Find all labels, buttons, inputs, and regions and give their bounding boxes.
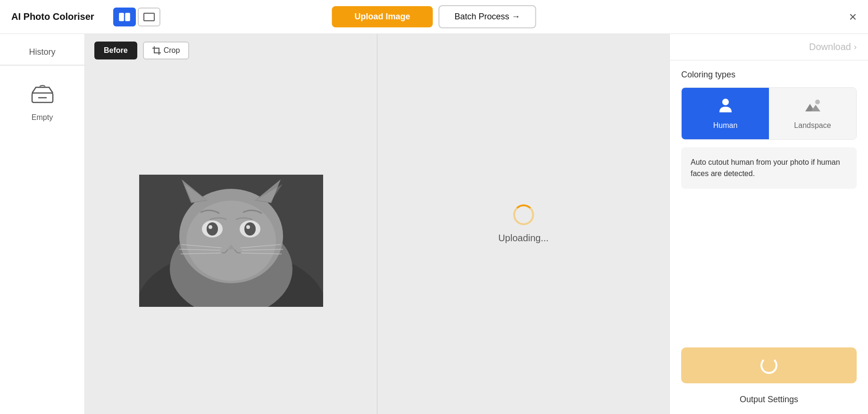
svg-point-26 [722, 99, 729, 105]
crop-label: Crop [164, 46, 180, 55]
image-area: Before Crop [85, 34, 670, 414]
coloring-types-section: Coloring types Human [670, 60, 868, 140]
human-label: Human [713, 121, 738, 130]
header: AI Photo Coloriser Upload Image Batch Pr… [0, 0, 868, 34]
sidebar-history-label: History [0, 38, 84, 66]
coloring-types-grid: Human Landspace [681, 87, 857, 140]
before-image-container [85, 67, 377, 414]
download-label: Download [809, 42, 851, 52]
app-title: AI Photo Coloriser [11, 11, 94, 22]
svg-rect-2 [144, 13, 154, 21]
description-box: Auto cutout human from your photo if hum… [681, 147, 857, 189]
svg-point-15 [207, 222, 218, 236]
svg-point-18 [246, 225, 250, 229]
sidebar-empty-area: Empty [31, 66, 54, 122]
landscape-type-button[interactable]: Landspace [769, 88, 856, 139]
cat-image [139, 175, 323, 307]
svg-point-29 [815, 100, 820, 104]
split-view-button[interactable] [113, 8, 136, 26]
right-panel: Download › Coloring types Human [670, 34, 868, 414]
human-icon [717, 97, 734, 118]
before-toolbar: Before Crop [85, 34, 377, 67]
uploading-spinner [513, 204, 534, 225]
single-view-button[interactable] [138, 8, 160, 26]
landscape-icon [804, 97, 821, 118]
svg-rect-0 [119, 13, 124, 21]
chevron-right-icon: › [854, 42, 857, 52]
before-panel: Before Crop [85, 34, 377, 414]
sidebar: History Empty [0, 34, 85, 414]
svg-rect-1 [125, 13, 130, 21]
download-button[interactable]: Download › [809, 42, 857, 52]
crop-button[interactable]: Crop [143, 42, 190, 59]
process-spinner [760, 357, 777, 374]
svg-point-16 [244, 222, 256, 236]
view-toggle [113, 8, 160, 26]
main-area: History Empty Before [0, 34, 868, 414]
uploading-container: Uploading... [498, 204, 549, 244]
sidebar-empty-text: Empty [32, 113, 53, 122]
output-settings-label: Output Settings [740, 395, 798, 404]
svg-point-12 [186, 201, 276, 281]
output-settings-row[interactable]: Output Settings [670, 391, 868, 414]
header-actions: Upload Image Batch Process → [332, 5, 536, 28]
landscape-label: Landspace [794, 121, 831, 130]
uploading-text: Uploading... [498, 233, 549, 244]
batch-process-button[interactable]: Batch Process → [438, 5, 536, 28]
process-button[interactable] [681, 347, 857, 383]
inbox-icon [31, 84, 54, 108]
coloring-types-label: Coloring types [681, 70, 857, 80]
process-button-area [670, 347, 868, 391]
before-button[interactable]: Before [94, 42, 137, 59]
after-panel: Uploading... [377, 34, 669, 414]
download-row: Download › [670, 34, 868, 60]
upload-image-button[interactable]: Upload Image [332, 6, 433, 27]
close-button[interactable]: × [849, 10, 857, 24]
human-type-button[interactable]: Human [682, 88, 769, 139]
svg-point-17 [209, 225, 212, 229]
